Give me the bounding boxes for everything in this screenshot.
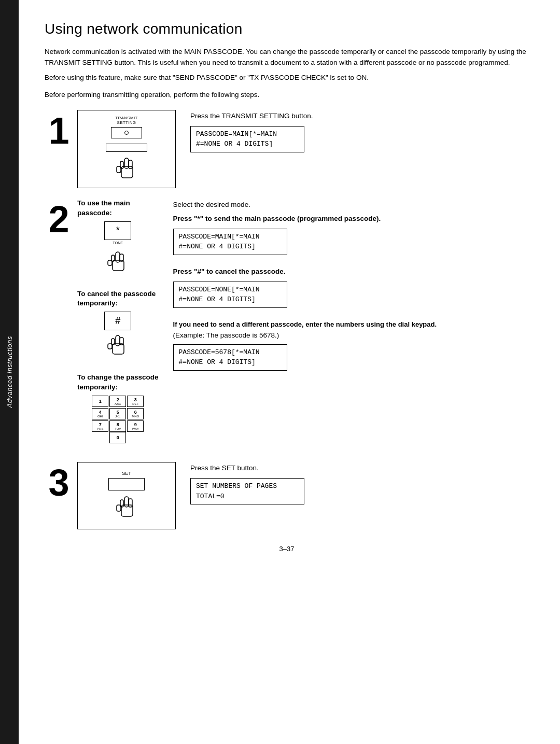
transmit-button-label: TRANSMITSETTING: [115, 116, 137, 125]
hand-icon-step3: [113, 493, 141, 521]
different-passcode-text: If you need to send a different passcode…: [173, 320, 529, 328]
key-4[interactable]: 4 GHI: [92, 408, 108, 419]
before-steps: Before performing transmitting operation…: [45, 91, 529, 99]
sidebar: Advanced Instructions: [0, 0, 19, 744]
svg-rect-2: [129, 160, 132, 169]
intro-para2: Before using this feature, make sure tha…: [45, 73, 529, 83]
step2-sub2-display: PASSCODE=NONE[*=MAIN #=NONE OR 4 DIGITS]: [173, 282, 287, 308]
key-1[interactable]: 1: [92, 396, 108, 407]
svg-rect-8: [111, 255, 115, 261]
intro-para1: Network communication is activated with …: [45, 47, 529, 68]
svg-rect-1: [124, 158, 129, 169]
example-text: (Example: The passcode is 5678.): [173, 331, 529, 339]
step2-sub2-illus: #: [77, 312, 159, 357]
key-6[interactable]: 6 MNO: [127, 408, 144, 419]
sub1-label: To use the main passcode:: [77, 199, 159, 218]
svg-rect-17: [129, 499, 132, 507]
key-8[interactable]: 8 TUV: [109, 420, 126, 432]
step2-sub1-display: PASSCODE=MAIN[*=MAIN #=NONE OR 4 DIGITS]: [173, 229, 287, 255]
page-container: Advanced Instructions Using network comm…: [0, 0, 560, 744]
step-1-description: Press the TRANSMIT SETTING button. PASSC…: [176, 110, 529, 152]
key-7[interactable]: 7 PRS: [92, 420, 108, 432]
main-content: Using network communication Network comm…: [19, 0, 560, 744]
set-button[interactable]: [108, 478, 145, 490]
svg-rect-6: [116, 252, 120, 262]
svg-rect-16: [124, 497, 129, 507]
svg-rect-10: [113, 344, 124, 354]
step-2-description: Select the desired mode. Press "*" to se…: [159, 199, 529, 371]
set-button-label: SET: [122, 471, 131, 476]
step-2-number: 2: [45, 201, 73, 238]
step-3-illustration: SET: [77, 462, 176, 529]
fax-body: [106, 144, 147, 152]
step-3-row: 3 SET Press the SET button.: [45, 462, 529, 529]
sidebar-label: Advanced Instructions: [6, 336, 13, 408]
svg-rect-5: [113, 260, 124, 271]
hand-icon-sub2: [104, 331, 132, 357]
page-title: Using network communication: [45, 21, 529, 37]
step2-sub1-illus: * TONE: [77, 221, 159, 274]
key-2[interactable]: 2 ABC: [109, 396, 126, 407]
svg-rect-11: [116, 335, 120, 346]
svg-rect-13: [111, 339, 115, 345]
step-3-description: Press the SET button. SET NUMBERS OF PAG…: [176, 462, 529, 504]
sub2-label: To cancel the passcode temporarily:: [77, 289, 159, 309]
hand-icon: [113, 154, 141, 183]
button-indicator: [124, 131, 129, 135]
star-key[interactable]: *: [104, 221, 131, 240]
step2-sub3: To change the passcode temporarily: 1 2 …: [77, 373, 159, 443]
sub3-label: To change the passcode temporarily:: [77, 373, 159, 392]
step2-sub3-illus: 1 2 ABC 3 DEF: [77, 396, 159, 443]
page-number: 3–37: [45, 545, 529, 553]
step1-press-instruction: Press the TRANSMIT SETTING button.: [190, 112, 529, 120]
step-1-illustration: TRANSMITSETTING: [77, 110, 176, 188]
transmit-setting-button[interactable]: [111, 127, 142, 138]
step3-press-instruction: Press the SET button.: [190, 464, 529, 472]
step2-sub2: To cancel the passcode temporarily: #: [77, 289, 159, 358]
press-star-instruction: Press "*" to send the main passcode (pro…: [173, 215, 529, 222]
key-3[interactable]: 3 DEF: [127, 396, 144, 407]
key-5[interactable]: 5 JKL: [109, 408, 126, 419]
press-hash-instruction: Press "#" to cancel the passcode.: [173, 268, 529, 275]
svg-rect-14: [108, 344, 112, 349]
step2-sub1: To use the main passcode: * TONE: [77, 199, 159, 274]
step-1-row: 1 TRANSMITSETTING: [45, 110, 529, 188]
step-3-number: 3: [45, 464, 73, 501]
step1-display: PASSCODE=MAIN[*=MAIN #=NONE OR 4 DIGITS]: [190, 126, 304, 152]
svg-rect-9: [108, 260, 112, 265]
hash-key[interactable]: #: [104, 312, 131, 330]
step-1-number: 1: [45, 112, 73, 149]
step2-left: To use the main passcode: * TONE: [77, 199, 159, 452]
step-2-row: 2 To use the main passcode: * TONE: [45, 199, 529, 452]
step3-display: SET NUMBERS OF PAGES TOTAL=0: [190, 478, 304, 504]
key-9[interactable]: 9 WXY: [127, 420, 144, 432]
dial-keypad: 1 2 ABC 3 DEF: [92, 396, 144, 432]
key-0[interactable]: 0: [109, 432, 126, 443]
step2-sub3-display: PASSCODE=5678[*=MAIN #=NONE OR 4 DIGITS]: [173, 344, 287, 371]
select-mode-text: Select the desired mode.: [173, 201, 529, 208]
hand-icon-sub1: [104, 248, 132, 274]
